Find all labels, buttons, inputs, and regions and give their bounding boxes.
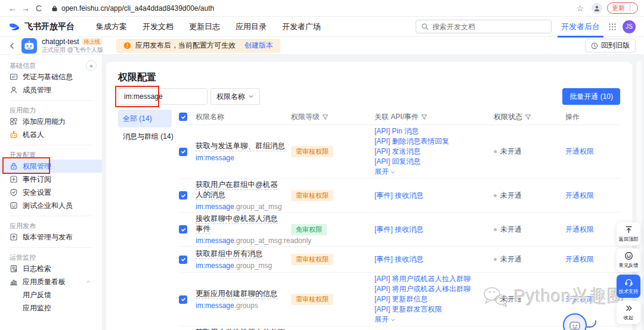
sidebar-item-日志检索[interactable]: 日志检索: [0, 262, 102, 275]
browser-forward-icon[interactable]: →: [19, 4, 32, 13]
app-name: chatgpt-test: [42, 38, 79, 46]
chevron-down-icon: [390, 317, 396, 323]
address-bar[interactable]: open.feishu.cn/app/cli_a4a4ddad8439d00e/…: [61, 4, 214, 13]
row-checkbox[interactable]: [179, 148, 187, 156]
api-link[interactable]: [事件] 接收消息: [374, 225, 494, 235]
developer-console-link[interactable]: 开发者后台: [561, 21, 600, 32]
nav-menu-item[interactable]: 应用目录: [236, 21, 267, 32]
sidebar-item-凭证与基础信息[interactable]: 凭证与基础信息: [0, 70, 102, 83]
float-button-收起[interactable]: 收起: [617, 301, 640, 324]
sidebar-collapse-button[interactable]: «: [86, 60, 97, 71]
doc-search-box[interactable]: [416, 20, 552, 33]
category-item[interactable]: 全部 (14): [118, 110, 172, 127]
row-checkbox[interactable]: [179, 256, 187, 264]
permission-level-cell: 需审核权限: [291, 190, 374, 201]
api-link[interactable]: [API] 回复消息: [374, 157, 494, 167]
expand-link[interactable]: 展开: [374, 167, 396, 177]
float-button-意见反馈[interactable]: 意见反馈: [617, 248, 640, 272]
permission-card: 权限配置 权限名称 批量开通 (10) 全部 (14)消息与群组 (14): [106, 62, 632, 330]
permission-name[interactable]: 获取与发送单聊、群组消息: [196, 142, 285, 151]
open-permission-link[interactable]: 开通权限: [565, 295, 594, 303]
permission-name-dropdown[interactable]: 权限名称: [210, 88, 260, 105]
browser-menu-icon[interactable]: ⋮: [627, 4, 633, 12]
bulk-open-button[interactable]: 批量开通 (10): [562, 88, 620, 105]
back-chevron-icon[interactable]: [8, 42, 16, 49]
row-checkbox[interactable]: [179, 191, 187, 200]
nav-menu-item[interactable]: 更新日志: [189, 21, 220, 32]
nav-menu-item[interactable]: 开发文档: [143, 21, 174, 32]
sidebar-item-安全设置[interactable]: 安全设置: [0, 186, 102, 199]
row-checkbox[interactable]: [179, 295, 187, 304]
permission-name[interactable]: 获取群组中所有消息: [196, 250, 263, 259]
security-icon: [10, 188, 18, 197]
sidebar-item-权限管理[interactable]: 权限管理: [0, 160, 102, 173]
api-link[interactable]: [事件] 接收消息: [374, 191, 494, 201]
sidebar-item-机器人[interactable]: 机器人: [0, 128, 102, 141]
browser-reload-icon[interactable]: C: [32, 4, 45, 13]
category-item[interactable]: 消息与群组 (14): [118, 127, 172, 145]
api-link[interactable]: [API] 删除消息表情回复: [374, 136, 494, 147]
chevron-up-icon[interactable]: [84, 279, 92, 285]
permission-search-input[interactable]: [118, 88, 208, 105]
sidebar-item-添加应用能力[interactable]: 添加应用能力: [0, 115, 102, 128]
open-permission-link[interactable]: 开通权限: [565, 191, 594, 200]
app-stage-badge: 待上线: [82, 38, 102, 45]
chevron-down-icon: [390, 169, 396, 175]
browser-back-icon[interactable]: ←: [6, 4, 19, 13]
permission-status-cell: 未开通: [494, 254, 565, 264]
back-to-old-version-button[interactable]: 回到旧版: [585, 39, 636, 52]
filter-funnel-icon[interactable]: [322, 114, 329, 120]
permission-name[interactable]: 接收群聊中@机器人消息事件: [196, 214, 278, 234]
permission-name[interactable]: 获取用户在群组中@机器人的消息: [196, 180, 278, 200]
sidebar-item-测试企业和人员[interactable]: 测试企业和人员: [0, 199, 102, 212]
open-permission-link[interactable]: 开通权限: [565, 255, 594, 263]
sidebar-item-label: 版本管理与发布: [23, 232, 73, 242]
row-checkbox[interactable]: [179, 225, 187, 234]
permissions-table: 权限名称 权限等级 关联 API/事件 权限状态 操作 获取与发送单聊、群组消息…: [179, 110, 620, 330]
permission-name-cell: 获取群组中所有消息im:message.group_msg: [196, 249, 291, 270]
sidebar-item-用户反馈[interactable]: 用户反馈: [0, 288, 102, 301]
permission-level-cell: 需审核权限: [291, 254, 374, 265]
brand[interactable]: 飞书开放平台: [8, 21, 75, 33]
filter-funnel-icon[interactable]: [421, 114, 428, 120]
permission-level-cell: 需审核权限: [291, 294, 374, 305]
filter-funnel-icon[interactable]: [525, 114, 531, 120]
status-dot-icon: [494, 194, 497, 197]
nav-menu-item[interactable]: 集成方案: [96, 21, 127, 32]
sidebar-item-应用质量看板[interactable]: 应用质量看板: [0, 275, 102, 288]
scope-highlight: im:message: [196, 203, 234, 211]
nav-menu-item[interactable]: 开发者广场: [282, 21, 321, 32]
sidebar-item-版本管理与发布[interactable]: 版本管理与发布: [0, 231, 102, 244]
apps-grid-icon[interactable]: [608, 23, 617, 31]
app-header: chatgpt-test待上线 正式应用 @飞书个人版 应用发布后，当前配置方可…: [0, 37, 644, 55]
api-link[interactable]: [API] 将用户或机器人拉入群聊: [374, 274, 494, 284]
user-avatar[interactable]: JS: [623, 20, 636, 33]
chrome-update-button[interactable]: 更新⋮: [607, 2, 638, 14]
api-link[interactable]: [API] 发送消息: [374, 147, 494, 157]
permission-level-cell: 需审核权限: [291, 146, 374, 157]
expand-link[interactable]: 展开: [374, 315, 396, 325]
api-link[interactable]: [API] 更新群信息: [374, 294, 494, 304]
toolbar: 权限名称 批量开通 (10): [118, 88, 620, 105]
doc-search-input[interactable]: [432, 23, 546, 31]
smiley-icon: [624, 251, 633, 260]
api-link[interactable]: [API] Pin 消息: [374, 126, 494, 136]
create-version-link[interactable]: 创建版本: [244, 41, 273, 51]
api-link[interactable]: [API] 将用户或机器人移出群聊: [374, 284, 494, 294]
float-button-技术支持[interactable]: 技术支持: [617, 275, 640, 298]
permission-name[interactable]: 更新应用创建群聊的信息: [196, 289, 278, 299]
sidebar-section-title: 运营监控: [0, 251, 102, 262]
select-all-checkbox[interactable]: [179, 113, 187, 121]
permission-level-badge: 需审核权限: [291, 254, 333, 265]
open-permission-link[interactable]: 开通权限: [565, 225, 594, 234]
status-text: 未开通: [500, 225, 522, 235]
bookmark-star-icon[interactable]: ☆: [574, 4, 587, 13]
open-permission-link[interactable]: 开通权限: [565, 147, 594, 155]
sidebar-item-事件订阅[interactable]: 事件订阅: [0, 173, 102, 186]
float-button-返回顶部[interactable]: 返回顶部: [617, 222, 640, 245]
api-link[interactable]: [事件] 接收消息: [374, 254, 494, 264]
sidebar-item-应用监控[interactable]: 应用监控: [0, 301, 102, 315]
api-link[interactable]: [API] 更新群发言权限: [374, 304, 494, 315]
browser-profile-icon[interactable]: [592, 3, 602, 14]
sidebar-item-成员管理[interactable]: 成员管理: [0, 83, 102, 96]
